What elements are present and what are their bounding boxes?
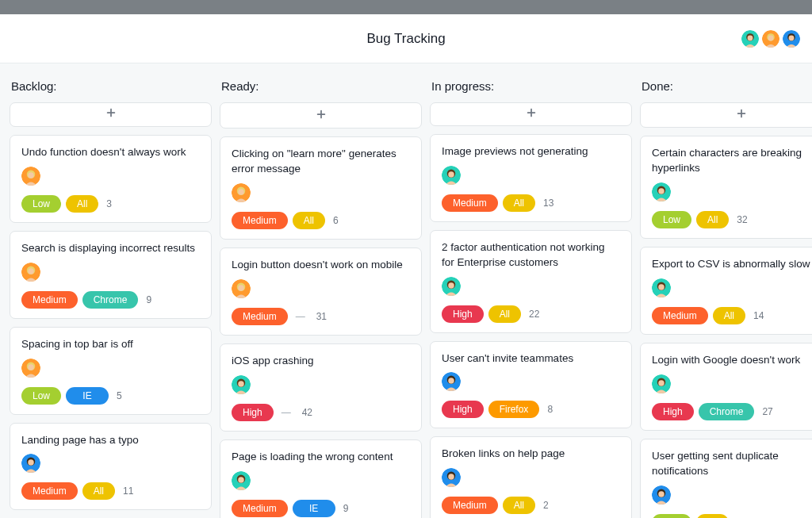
plus-icon bbox=[105, 107, 117, 121]
member-avatar[interactable] bbox=[741, 29, 760, 48]
browser-pill: All bbox=[82, 482, 115, 500]
svg-rect-10 bbox=[106, 113, 115, 114]
svg-point-8 bbox=[789, 35, 795, 40]
priority-pill: Medium bbox=[652, 307, 708, 324]
member-avatar[interactable] bbox=[782, 29, 801, 48]
card-title: Image previews not generating bbox=[442, 144, 620, 159]
assignee-avatar[interactable] bbox=[21, 359, 40, 378]
priority-pill: Medium bbox=[232, 212, 288, 229]
assignee-avatar[interactable] bbox=[21, 454, 40, 473]
task-card[interactable]: Spacing in top bar is offLowIE5 bbox=[10, 327, 212, 415]
cards-container: Clicking on "learn more" generates error… bbox=[220, 136, 422, 518]
card-meta: Medium—31 bbox=[232, 308, 410, 325]
browser-pill: IE bbox=[66, 387, 109, 405]
card-title: Broken links on help page bbox=[442, 447, 620, 462]
task-card[interactable]: Broken links on help pageMediumAll2 bbox=[430, 436, 632, 518]
card-title: Spacing in top bar is off bbox=[21, 337, 200, 352]
task-card[interactable]: Certain characters are breaking hyperlin… bbox=[640, 136, 812, 239]
card-meta: MediumAll2 bbox=[442, 497, 620, 514]
svg-point-16 bbox=[28, 268, 34, 274]
board-column: Backlog:Undo function doesn't always wor… bbox=[10, 79, 212, 518]
assignee-avatar[interactable] bbox=[442, 277, 461, 296]
browser-pill: All bbox=[696, 514, 729, 519]
svg-rect-52 bbox=[737, 113, 745, 114]
board-column: Done:Certain characters are breaking hyp… bbox=[640, 79, 812, 518]
browser-pill: All bbox=[488, 305, 521, 323]
add-card-button[interactable] bbox=[10, 102, 212, 127]
task-card[interactable]: Page is loading the wrong contentMediumI… bbox=[220, 439, 422, 518]
subtask-count: 13 bbox=[543, 198, 553, 209]
card-meta: MediumAll6 bbox=[232, 212, 410, 229]
priority-pill: Low bbox=[21, 387, 61, 405]
assignee-avatar[interactable] bbox=[652, 182, 671, 201]
assignee-avatar[interactable] bbox=[652, 278, 671, 297]
add-card-button[interactable] bbox=[430, 102, 632, 126]
window-titlebar bbox=[0, 0, 812, 14]
subtask-count: 9 bbox=[343, 503, 349, 514]
browser-pill-empty: — bbox=[293, 308, 308, 325]
card-title: Landing page has a typo bbox=[21, 433, 200, 448]
priority-pill: High bbox=[442, 305, 484, 323]
task-card[interactable]: iOS app crashingHigh—42 bbox=[220, 343, 422, 432]
subtask-count: 14 bbox=[753, 310, 764, 321]
subtask-count: 22 bbox=[529, 309, 539, 320]
add-card-button[interactable] bbox=[220, 102, 422, 129]
task-card[interactable]: Image previews not generatingMediumAll13 bbox=[430, 134, 632, 222]
subtask-count: 2 bbox=[543, 500, 549, 511]
assignee-avatar[interactable] bbox=[232, 375, 251, 394]
svg-point-36 bbox=[238, 477, 244, 483]
assignee-avatar[interactable] bbox=[232, 279, 251, 298]
subtask-count: 8 bbox=[547, 404, 553, 415]
task-card[interactable]: User can't invite teammatesHighFirefox8 bbox=[430, 341, 632, 429]
task-card[interactable]: User getting sent duplicate notification… bbox=[640, 439, 812, 518]
card-meta: High—42 bbox=[232, 404, 410, 421]
subtask-count: 3 bbox=[106, 198, 112, 209]
assignee-avatar[interactable] bbox=[442, 468, 461, 487]
card-meta: LowAll3 bbox=[652, 514, 812, 519]
card-title: User getting sent duplicate notification… bbox=[652, 449, 812, 479]
priority-pill: High bbox=[652, 403, 694, 420]
svg-point-41 bbox=[448, 171, 454, 178]
column-title: In progress: bbox=[430, 79, 632, 93]
member-avatar[interactable] bbox=[761, 29, 780, 48]
svg-point-64 bbox=[658, 491, 665, 497]
priority-pill: High bbox=[232, 404, 274, 421]
priority-pill: Low bbox=[652, 211, 691, 228]
assignee-avatar[interactable] bbox=[21, 263, 40, 282]
browser-pill: Chrome bbox=[82, 291, 139, 309]
browser-pill: All bbox=[503, 497, 535, 514]
svg-point-55 bbox=[658, 188, 665, 194]
card-title: Clicking on "learn more" generates error… bbox=[232, 147, 410, 177]
assignee-avatar[interactable] bbox=[232, 183, 251, 202]
assignee-avatar[interactable] bbox=[442, 372, 461, 391]
task-card[interactable]: Login with Google doesn't workHighChrome… bbox=[640, 343, 812, 431]
task-card[interactable]: Login button doesn't work on mobileMediu… bbox=[220, 247, 422, 336]
task-card[interactable]: Undo function doesn't always workLowAll3 bbox=[10, 135, 212, 223]
board-column: In progress:Image previews not generatin… bbox=[430, 79, 632, 518]
svg-point-5 bbox=[768, 35, 774, 40]
card-title: Search is displaying incorrect results bbox=[21, 241, 200, 256]
assignee-avatar[interactable] bbox=[232, 471, 251, 490]
task-card[interactable]: Search is displaying incorrect resultsMe… bbox=[10, 231, 212, 319]
task-card[interactable]: Clicking on "learn more" generates error… bbox=[220, 136, 422, 240]
card-meta: MediumChrome9 bbox=[21, 291, 200, 309]
task-card[interactable]: 2 factor authentication not working for … bbox=[430, 230, 632, 333]
plus-icon bbox=[316, 109, 327, 123]
assignee-avatar[interactable] bbox=[442, 166, 461, 185]
board-members[interactable] bbox=[741, 29, 801, 48]
assignee-avatar[interactable] bbox=[652, 374, 671, 393]
card-title: iOS app crashing bbox=[232, 354, 410, 369]
card-meta: MediumAll13 bbox=[442, 194, 620, 212]
assignee-avatar[interactable] bbox=[652, 485, 671, 505]
assignee-avatar[interactable] bbox=[21, 167, 40, 186]
card-title: 2 factor authentication not working for … bbox=[442, 240, 620, 271]
svg-point-13 bbox=[28, 172, 34, 178]
task-card[interactable]: Export to CSV is abnormally slowMediumAl… bbox=[640, 247, 812, 335]
card-title: Export to CSV is abnormally slow bbox=[652, 257, 812, 272]
card-title: Page is loading the wrong content bbox=[232, 450, 410, 465]
task-card[interactable]: Landing page has a typoMediumAll11 bbox=[10, 423, 212, 511]
browser-pill: All bbox=[66, 195, 98, 213]
add-card-button[interactable] bbox=[640, 102, 812, 128]
subtask-count: 27 bbox=[762, 406, 772, 417]
priority-pill: Low bbox=[21, 195, 61, 213]
